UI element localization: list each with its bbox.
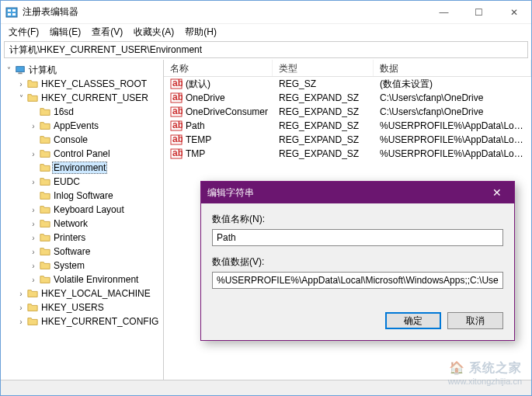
string-value-icon: ab: [170, 92, 183, 104]
tree-pane[interactable]: ˅ 计算机 ›HKEY_CLASSES_ROOT ˅HKEY_CURRENT_U…: [1, 60, 164, 380]
menu-file[interactable]: 文件(F): [4, 24, 43, 40]
column-name[interactable]: 名称: [164, 60, 273, 76]
value-type: REG_EXPAND_SZ: [273, 120, 374, 131]
tree-node-appevents[interactable]: ›AppEvents: [29, 119, 162, 133]
value-data-input[interactable]: [212, 272, 503, 289]
tree-node-hkcr[interactable]: ›HKEY_CLASSES_ROOT: [16, 77, 162, 91]
value-data-label: 数值数据(V):: [212, 255, 503, 269]
tree-node-inlog-software[interactable]: Inlog Software: [29, 189, 162, 203]
chevron-right-icon[interactable]: ›: [29, 276, 38, 284]
value-name: TMP: [186, 148, 205, 159]
value-data: C:\Users\cfanp\OneDrive: [374, 106, 531, 117]
column-type[interactable]: 类型: [273, 60, 374, 76]
folder-icon: [40, 246, 50, 257]
menu-edit[interactable]: 编辑(E): [45, 24, 85, 40]
folder-icon: [27, 78, 38, 89]
value-type: REG_EXPAND_SZ: [273, 148, 374, 159]
address-bar[interactable]: 计算机\HKEY_CURRENT_USER\Environment: [4, 41, 528, 58]
chevron-right-icon[interactable]: ›: [29, 178, 38, 186]
string-value-icon: ab: [170, 134, 183, 146]
value-type: REG_EXPAND_SZ: [273, 106, 374, 117]
tree-node-environment[interactable]: Environment: [29, 161, 162, 175]
value-name: TEMP: [186, 134, 211, 145]
chevron-right-icon[interactable]: ›: [29, 248, 38, 256]
column-data[interactable]: 数据: [374, 60, 531, 76]
tree-label: Inlog Software: [52, 190, 115, 201]
menu-help[interactable]: 帮助(H): [180, 24, 221, 40]
cancel-button[interactable]: 取消: [447, 312, 503, 329]
tree-node-keyboard-layout[interactable]: ›Keyboard Layout: [29, 203, 162, 217]
list-row[interactable]: abOneDriveConsumerREG_EXPAND_SZC:\Users\…: [164, 105, 531, 119]
menu-view[interactable]: 查看(V): [87, 24, 127, 40]
computer-icon: [15, 64, 26, 75]
tree-label: Console: [52, 134, 89, 145]
tree-node-printers[interactable]: ›Printers: [29, 231, 162, 245]
string-value-icon: ab: [170, 148, 183, 160]
tree-node-computer[interactable]: ˅ 计算机: [4, 63, 162, 77]
title-bar: 注册表编辑器 — ☐ ✕: [1, 1, 531, 24]
dialog-titlebar[interactable]: 编辑字符串 ✕: [201, 182, 514, 203]
folder-icon: [27, 316, 38, 327]
tree-label: Volatile Environment: [52, 274, 140, 285]
list-body: ab(默认)REG_SZ(数值未设置)abOneDriveREG_EXPAND_…: [164, 77, 531, 161]
tree-node-hkcc[interactable]: ›HKEY_CURRENT_CONFIG: [16, 314, 162, 328]
tree-node-network[interactable]: ›Network: [29, 217, 162, 231]
chevron-right-icon[interactable]: ›: [29, 234, 38, 242]
maximize-button[interactable]: ☐: [461, 1, 496, 24]
chevron-right-icon[interactable]: ›: [29, 150, 38, 158]
list-row[interactable]: abTEMPREG_EXPAND_SZ%USERPROFILE%\AppData…: [164, 133, 531, 147]
chevron-right-icon[interactable]: ›: [29, 206, 38, 214]
list-row[interactable]: abTMPREG_EXPAND_SZ%USERPROFILE%\AppData\…: [164, 147, 531, 161]
address-text: 计算机\HKEY_CURRENT_USER\Environment: [9, 43, 202, 57]
tree-label: 计算机: [27, 64, 58, 77]
dialog-title: 编辑字符串: [207, 186, 486, 200]
value-type: REG_EXPAND_SZ: [273, 92, 374, 103]
folder-icon: [40, 134, 50, 145]
tree-node-volatile-environment[interactable]: ›Volatile Environment: [29, 273, 162, 287]
minimize-button[interactable]: —: [426, 1, 461, 24]
tree-label: Printers: [52, 232, 87, 243]
value-data: (数值未设置): [374, 78, 531, 91]
tree-node-16sd[interactable]: 16sd: [29, 105, 162, 119]
chevron-down-icon[interactable]: ˅: [4, 66, 13, 75]
list-row[interactable]: ab(默认)REG_SZ(数值未设置): [164, 77, 531, 91]
value-name: OneDrive: [186, 92, 225, 103]
value-data: %USERPROFILE%\AppData\Local\Microsoft\..…: [374, 120, 531, 131]
close-button[interactable]: ✕: [496, 1, 531, 24]
menu-favorites[interactable]: 收藏夹(A): [129, 24, 179, 40]
string-value-icon: ab: [170, 106, 183, 118]
dialog-close-button[interactable]: ✕: [486, 186, 508, 199]
chevron-right-icon[interactable]: ›: [29, 220, 38, 228]
chevron-right-icon[interactable]: ›: [29, 122, 38, 130]
tree-node-hku[interactable]: ›HKEY_USERS: [16, 300, 162, 314]
chevron-down-icon[interactable]: ˅: [16, 94, 26, 102]
folder-icon: [40, 120, 50, 131]
tree-node-system[interactable]: ›System: [29, 259, 162, 273]
tree-node-eudc[interactable]: ›EUDC: [29, 175, 162, 189]
svg-rect-5: [16, 67, 25, 72]
chevron-right-icon[interactable]: ›: [29, 262, 38, 270]
folder-icon: [40, 162, 50, 173]
svg-rect-3: [8, 13, 11, 16]
folder-icon: [27, 288, 38, 299]
chevron-right-icon[interactable]: ›: [16, 290, 26, 298]
tree-node-hkcu[interactable]: ˅HKEY_CURRENT_USER: [16, 91, 162, 105]
tree-node-console[interactable]: Console: [29, 133, 162, 147]
status-bar: [1, 380, 531, 395]
chevron-right-icon[interactable]: ›: [16, 80, 26, 89]
tree-node-hklm[interactable]: ›HKEY_LOCAL_MACHINE: [16, 287, 162, 300]
svg-text:ab: ab: [172, 106, 183, 116]
folder-icon: [40, 260, 50, 271]
tree-node-software[interactable]: ›Software: [29, 245, 162, 259]
tree-node-control-panel[interactable]: ›Control Panel: [29, 147, 162, 161]
edit-string-dialog: 编辑字符串 ✕ 数值名称(N): 数值数据(V): 确定 取消: [200, 181, 515, 341]
ok-button[interactable]: 确定: [385, 312, 441, 329]
list-row[interactable]: abPathREG_EXPAND_SZ%USERPROFILE%\AppData…: [164, 119, 531, 133]
chevron-right-icon[interactable]: ›: [16, 318, 26, 326]
chevron-right-icon[interactable]: ›: [16, 304, 26, 312]
list-row[interactable]: abOneDriveREG_EXPAND_SZC:\Users\cfanp\On…: [164, 91, 531, 105]
value-name-input[interactable]: [212, 229, 503, 246]
value-name-label: 数值名称(N):: [212, 213, 503, 226]
svg-text:ab: ab: [172, 120, 183, 130]
window-title: 注册表编辑器: [23, 5, 426, 19]
